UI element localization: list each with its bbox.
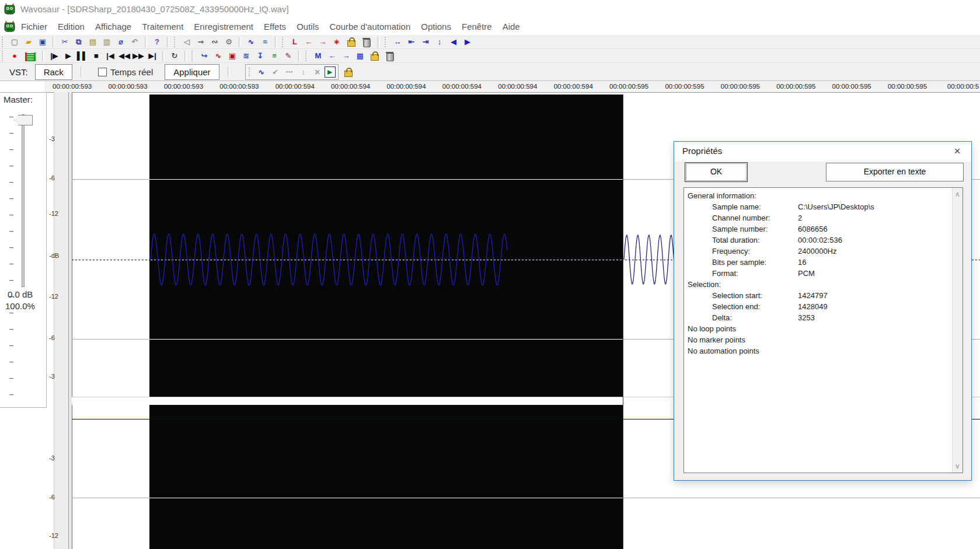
- pause-icon[interactable]: ▌▌: [75, 50, 89, 62]
- menu-affichage[interactable]: Affichage: [90, 19, 137, 34]
- menu-fichier[interactable]: Fichier: [16, 19, 53, 34]
- cut-icon[interactable]: ✂: [58, 36, 72, 48]
- master-fader-track[interactable]: [22, 114, 25, 287]
- play-icon[interactable]: ▶: [61, 50, 75, 62]
- insert-silence-icon[interactable]: ↧: [253, 50, 267, 62]
- routing-icon[interactable]: ⊸: [194, 36, 208, 48]
- db-label: -6: [49, 334, 59, 341]
- export-text-button[interactable]: Exporter en texte: [826, 163, 964, 181]
- menu-outils[interactable]: Outils: [291, 19, 324, 34]
- marker-wave-icon[interactable]: ▩: [353, 50, 367, 62]
- window-title: Wavosaur - [SDRSharp_20180430_072508Z_43…: [20, 4, 289, 14]
- paste-new-icon[interactable]: ▥: [100, 36, 114, 48]
- rewind-icon[interactable]: ◀◀: [117, 50, 131, 62]
- loop-end-icon[interactable]: →: [316, 36, 330, 48]
- close-icon[interactable]: ×: [950, 144, 964, 158]
- menu-edition[interactable]: Edition: [53, 19, 90, 34]
- open-file-icon[interactable]: ▰: [22, 36, 36, 48]
- play-from-cursor-icon[interactable]: |▶: [47, 50, 61, 62]
- loop-delete-icon[interactable]: [363, 39, 371, 47]
- marker-next-icon[interactable]: →: [339, 50, 353, 62]
- marker-icon[interactable]: M: [311, 50, 325, 62]
- scroll-up-icon[interactable]: ∧: [953, 190, 962, 198]
- list-row: Frequency:2400000Hz: [684, 246, 962, 257]
- wave-area-border: [68, 92, 72, 549]
- draw-icon[interactable]: ✎: [281, 50, 295, 62]
- loop-points-icon[interactable]: ∗: [330, 36, 344, 48]
- wave-view-icon[interactable]: ≈: [258, 36, 272, 48]
- monitor-icon[interactable]: ◁: [180, 36, 194, 48]
- batch-icon[interactable]: ▣: [225, 50, 239, 62]
- db-label: -12: [49, 532, 59, 539]
- automation-lock-icon[interactable]: [344, 71, 353, 77]
- gridline-minus6db: [149, 179, 623, 180]
- copy-icon[interactable]: ⧉: [72, 36, 86, 48]
- db-label: -6: [49, 174, 59, 181]
- loop-playback-icon[interactable]: ↻: [168, 50, 182, 62]
- vst-label: VST:: [9, 67, 28, 77]
- wave-select-icon[interactable]: ∿: [244, 36, 258, 48]
- selection-region[interactable]: [149, 95, 623, 549]
- stop-icon[interactable]: ■: [89, 50, 103, 62]
- automation-scale-icon[interactable]: ↕: [297, 66, 311, 78]
- vst-apply-button[interactable]: Appliquer: [165, 64, 219, 80]
- filter-icon[interactable]: ≋: [239, 50, 253, 62]
- go-end-icon[interactable]: ▶|: [145, 50, 159, 62]
- properties-list[interactable]: General information: Sample name:C:\User…: [683, 187, 963, 473]
- record-icon[interactable]: ●: [8, 50, 22, 62]
- db-label: -6: [49, 494, 59, 501]
- analysis-icon[interactable]: ∿: [211, 50, 225, 62]
- list-row: Selection:: [684, 279, 962, 290]
- help-icon[interactable]: ?: [150, 36, 164, 48]
- prev-view-icon[interactable]: ◀: [447, 36, 461, 48]
- dialog-title-bar[interactable]: Propriétés ×: [674, 142, 971, 162]
- trim-icon[interactable]: ⌀: [114, 36, 128, 48]
- automation-curve-icon[interactable]: ∿: [254, 66, 268, 78]
- loop-start-icon[interactable]: ←: [302, 36, 316, 48]
- vst-rack-button[interactable]: Rack: [35, 64, 72, 80]
- db-label: -dB: [49, 252, 59, 259]
- menu-fenetre[interactable]: Fenêtre: [456, 19, 497, 34]
- menu-aide[interactable]: Aide: [497, 19, 525, 34]
- wavosaur-logo-icon: [4, 3, 16, 15]
- ruler-label: 00:00:00:593: [156, 81, 211, 92]
- loop-lock-icon[interactable]: [347, 40, 355, 47]
- marker-lock-icon[interactable]: [371, 54, 379, 61]
- next-view-icon[interactable]: ▶: [461, 36, 475, 48]
- menu-effets[interactable]: Effets: [259, 19, 291, 34]
- menu-enregistrement[interactable]: Enregistrement: [189, 19, 259, 34]
- list-scrollbar[interactable]: ∧ ∨: [952, 188, 962, 473]
- automation-play-icon[interactable]: ▶: [325, 67, 336, 78]
- realtime-checkbox[interactable]: [98, 68, 107, 76]
- save-file-icon[interactable]: ▣: [36, 36, 50, 48]
- marker-prev-icon[interactable]: ←: [325, 50, 339, 62]
- marker-delete-icon[interactable]: [386, 53, 394, 61]
- automation-clear-icon[interactable]: ×: [311, 66, 325, 78]
- zoom-out-icon[interactable]: ⇤: [404, 36, 418, 48]
- menu-options[interactable]: Options: [416, 19, 456, 34]
- list-row: Sample name:C:\Users\JP\Desktop\s: [684, 201, 962, 212]
- ok-button[interactable]: OK: [685, 162, 748, 182]
- config-icon[interactable]: ⚙: [222, 36, 236, 48]
- patch-icon[interactable]: ∾: [208, 36, 222, 48]
- scroll-down-icon[interactable]: ∨: [953, 462, 962, 470]
- automation-toolbar: ∿ ✔ ⋯ ↕ × ▶: [245, 64, 339, 80]
- loop-icon[interactable]: L: [288, 36, 302, 48]
- statistics-icon[interactable]: ≡: [267, 50, 281, 62]
- zoom-selection-icon[interactable]: ↔: [390, 36, 404, 48]
- zoom-in-icon[interactable]: ⇥: [418, 36, 433, 48]
- timeline-ruler[interactable]: 00:00:00:593 00:00:00:593 00:00:00:593 0…: [0, 81, 980, 92]
- selection-right-edge[interactable]: [623, 95, 623, 549]
- insert-icon[interactable]: ↪: [197, 50, 211, 62]
- zoom-vertical-icon[interactable]: ↕: [433, 36, 447, 48]
- automation-apply-icon[interactable]: ✔: [268, 66, 283, 78]
- undo-icon[interactable]: ↶: [128, 36, 142, 48]
- level-meter-icon[interactable]: [25, 53, 36, 61]
- forward-icon[interactable]: ▶▶: [131, 50, 145, 62]
- menu-traitement[interactable]: Traitement: [137, 19, 189, 34]
- go-start-icon[interactable]: |◀: [103, 50, 117, 62]
- paste-icon[interactable]: ▤: [86, 36, 100, 48]
- new-file-icon[interactable]: ▢: [8, 36, 22, 48]
- automation-line-icon[interactable]: ⋯: [283, 66, 297, 78]
- menu-courbe-automation[interactable]: Courbe d'automation: [324, 19, 416, 34]
